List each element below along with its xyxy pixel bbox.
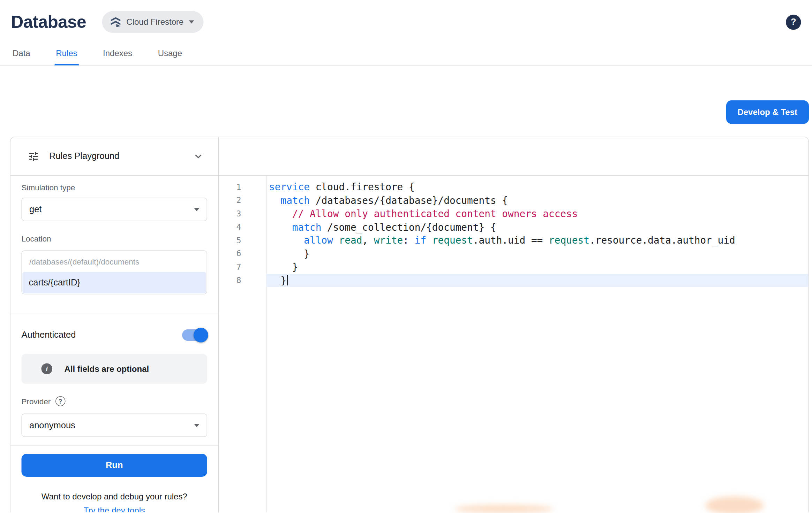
- toggle-knob: [194, 328, 208, 343]
- line-number: 3: [219, 209, 266, 219]
- dev-tools-question: Want to develop and debug your rules?: [22, 492, 208, 501]
- line-number: 2: [219, 196, 266, 205]
- line-number: 8: [219, 276, 266, 285]
- editor-toolbar-area: [219, 137, 809, 175]
- code-line-3[interactable]: 3 // Allow only authenticated content ow…: [219, 207, 809, 220]
- rules-playground-title: Rules Playground: [49, 151, 119, 161]
- provider-label: Provider: [22, 397, 51, 406]
- provider-value: anonymous: [29, 420, 75, 430]
- code-line-6[interactable]: 6 }: [219, 247, 809, 260]
- provider-help-icon[interactable]: ?: [55, 396, 66, 406]
- chevron-down-icon: [189, 21, 194, 24]
- dev-tools-link[interactable]: Try the dev tools: [22, 506, 208, 512]
- line-number: 4: [219, 222, 266, 232]
- tab-rules[interactable]: Rules: [54, 41, 79, 66]
- code-text: service cloud.firestore {: [266, 181, 809, 194]
- code-line-4[interactable]: 4 match /some_collection/{document} {: [219, 220, 809, 233]
- divider: [10, 314, 218, 314]
- authenticated-label: Authenticated: [22, 330, 76, 340]
- line-number: 1: [219, 182, 266, 192]
- simulation-type-select[interactable]: get: [22, 198, 208, 221]
- actions-row: Develop & Test: [0, 66, 812, 124]
- tab-usage[interactable]: Usage: [156, 41, 183, 66]
- info-banner: i All fields are optional: [22, 354, 208, 384]
- provider-select[interactable]: anonymous: [22, 414, 208, 437]
- code-line-2[interactable]: 2 match /databases/{database}/documents …: [219, 194, 809, 207]
- rules-editor-panel: Rules Playground Simulation type get Loc…: [10, 137, 809, 513]
- code-text: match /databases/{database}/documents {: [266, 194, 809, 207]
- info-icon: i: [42, 363, 53, 375]
- location-input-group: /databases/(default)/documents carts/{ca…: [22, 251, 208, 294]
- code-line-1[interactable]: 1service cloud.firestore {: [219, 181, 809, 194]
- collapse-chevron-icon[interactable]: [192, 150, 205, 162]
- tab-indexes[interactable]: Indexes: [102, 41, 134, 66]
- tab-data[interactable]: Data: [11, 41, 32, 66]
- provider-row: Provider ?: [22, 396, 208, 406]
- app-header: Database Cloud Firestore ?: [0, 0, 812, 41]
- develop-test-button[interactable]: Develop & Test: [726, 100, 809, 124]
- location-label: Location: [22, 234, 208, 243]
- code-editor-lines: 1service cloud.firestore {2 match /datab…: [219, 181, 809, 287]
- code-text: allow read, write: if request.auth.uid =…: [266, 234, 809, 247]
- simulation-type-label: Simulation type: [22, 183, 208, 192]
- code-text: }: [266, 274, 809, 287]
- tabs: DataRulesIndexesUsage: [0, 41, 812, 66]
- code-text: // Allow only authenticated content owne…: [266, 207, 809, 220]
- simulation-type-value: get: [29, 204, 42, 215]
- panel-header: Rules Playground: [10, 137, 809, 176]
- firestore-rules-page: Database Cloud Firestore ? DataRulesInde…: [0, 0, 812, 513]
- code-text: }: [266, 247, 809, 260]
- product-selector[interactable]: Cloud Firestore: [102, 11, 204, 33]
- code-text: }: [266, 260, 809, 274]
- tune-icon: [28, 150, 39, 162]
- rules-playground-sidebar: Simulation type get Location /databases/…: [10, 176, 219, 512]
- location-placeholder: /databases/(default)/documents: [22, 251, 207, 272]
- rules-playground-header[interactable]: Rules Playground: [10, 137, 219, 175]
- product-selector-label: Cloud Firestore: [126, 17, 183, 27]
- run-button[interactable]: Run: [22, 454, 208, 477]
- code-line-8[interactable]: 8 }: [219, 274, 809, 287]
- line-number: 6: [219, 249, 266, 258]
- info-banner-text: All fields are optional: [65, 364, 149, 374]
- chevron-down-icon: [194, 208, 200, 211]
- authenticated-row: Authenticated: [22, 327, 208, 343]
- page-title: Database: [11, 12, 86, 32]
- code-line-5[interactable]: 5 allow read, write: if request.auth.uid…: [219, 234, 809, 247]
- text-cursor: [287, 275, 288, 285]
- location-input[interactable]: carts/{cartID}: [23, 272, 206, 293]
- authenticated-toggle[interactable]: [182, 329, 207, 341]
- divider: [10, 445, 218, 446]
- line-number: 5: [219, 236, 266, 245]
- code-text: match /some_collection/{document} {: [266, 220, 809, 233]
- chevron-down-icon: [194, 424, 200, 427]
- panel-body: Simulation type get Location /databases/…: [10, 176, 809, 512]
- firestore-icon: [110, 16, 121, 28]
- help-icon[interactable]: ?: [786, 14, 801, 30]
- code-line-7[interactable]: 7 }: [219, 260, 809, 274]
- line-number: 7: [219, 262, 266, 272]
- rules-code-editor[interactable]: 1service cloud.firestore {2 match /datab…: [219, 176, 809, 512]
